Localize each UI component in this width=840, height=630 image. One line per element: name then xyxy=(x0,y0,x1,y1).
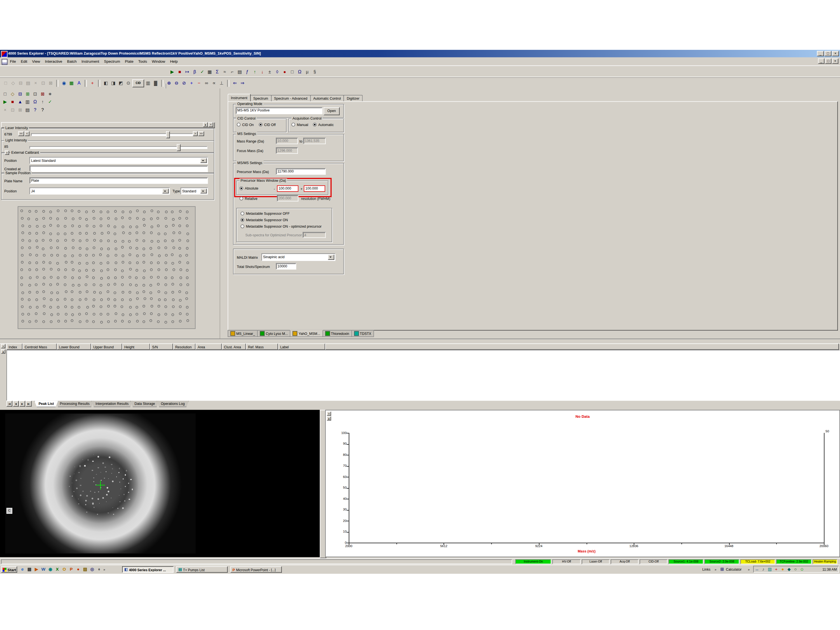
plate-spot[interactable] xyxy=(57,306,60,309)
plate-spot[interactable] xyxy=(164,261,167,264)
created-at-field[interactable] xyxy=(29,166,208,172)
plate-spot[interactable] xyxy=(107,240,110,243)
tab-digitizer[interactable]: Digitizer xyxy=(344,95,363,101)
panel-dock-header[interactable] xyxy=(1,122,215,128)
plate-spot[interactable] xyxy=(151,226,153,228)
plate-spot[interactable] xyxy=(171,321,174,324)
plate-spot[interactable] xyxy=(121,276,124,279)
plate-spot[interactable] xyxy=(165,225,168,228)
automatic-radio[interactable]: Automatic xyxy=(313,123,333,126)
subtract-icon[interactable]: − xyxy=(196,79,202,87)
plate-spot[interactable] xyxy=(172,305,175,308)
plate-spot[interactable] xyxy=(28,268,32,271)
plate-spot[interactable] xyxy=(178,291,181,293)
plate-spot[interactable] xyxy=(135,313,138,316)
plate-spot[interactable] xyxy=(57,276,59,279)
plate-spot[interactable] xyxy=(42,268,45,271)
plate-spot[interactable] xyxy=(157,283,159,286)
plate-spot[interactable] xyxy=(150,284,152,287)
laser-increase-button[interactable]: > xyxy=(193,131,198,136)
panel-splitter[interactable] xyxy=(219,88,220,338)
file-tab[interactable]: Thioredoxin xyxy=(322,330,352,337)
plate-spot[interactable] xyxy=(114,291,116,294)
add-icon[interactable]: + xyxy=(188,79,195,87)
plate-spot[interactable] xyxy=(144,297,147,300)
plate-spot[interactable] xyxy=(36,261,38,264)
plate-spot[interactable] xyxy=(157,224,160,227)
plate-spot[interactable] xyxy=(106,268,109,271)
plate-spot[interactable] xyxy=(114,232,117,235)
plate-spot[interactable] xyxy=(42,291,45,293)
plate-spot[interactable] xyxy=(21,224,24,227)
plate-spot[interactable] xyxy=(56,246,59,249)
plate-spot[interactable] xyxy=(36,306,38,309)
open-method-icon[interactable]: ◇ xyxy=(9,90,16,97)
plate-spot[interactable] xyxy=(164,217,167,220)
plate-spot[interactable] xyxy=(85,254,88,257)
plate-spot[interactable] xyxy=(179,320,182,322)
link-icon[interactable]: ∞ xyxy=(203,79,210,87)
plate-spot[interactable] xyxy=(21,276,23,279)
new-acquisition-icon[interactable]: □ xyxy=(2,90,9,97)
plate-spot[interactable] xyxy=(28,246,31,249)
plate-spot[interactable] xyxy=(136,226,138,228)
plate-spot[interactable] xyxy=(157,276,160,279)
plate-spot[interactable] xyxy=(136,247,138,249)
plate-spot[interactable] xyxy=(35,268,38,271)
plate-spot[interactable] xyxy=(156,217,159,219)
plate-spot[interactable] xyxy=(42,261,45,264)
plate-spot[interactable] xyxy=(107,262,109,264)
plate-spot[interactable] xyxy=(22,320,24,323)
display-icon[interactable]: ▥ xyxy=(767,566,773,572)
plate-spot[interactable] xyxy=(92,305,95,308)
plate-spot[interactable] xyxy=(93,298,95,301)
volume-icon[interactable]: ♪ xyxy=(760,566,767,572)
plate-spot[interactable] xyxy=(35,299,38,302)
plate-spot[interactable] xyxy=(172,262,174,265)
column-header[interactable]: Ref. Mass xyxy=(246,343,278,350)
plate-spot[interactable] xyxy=(158,268,160,271)
plate-spot[interactable] xyxy=(121,217,124,219)
plate-spot[interactable] xyxy=(50,320,53,323)
plate-spot[interactable] xyxy=(85,247,88,250)
plate-spot[interactable] xyxy=(158,305,160,308)
plate-spot[interactable] xyxy=(114,226,116,228)
close-button[interactable]: × xyxy=(832,51,839,56)
frame-icon[interactable]: □ xyxy=(289,68,296,75)
window-plus-field[interactable]: 100.000 xyxy=(304,185,325,192)
plate-spot[interactable] xyxy=(43,297,46,300)
plate-spot[interactable] xyxy=(92,321,95,324)
plate-spot[interactable] xyxy=(150,276,153,279)
open-button[interactable]: Open xyxy=(324,107,339,115)
plate-spot[interactable] xyxy=(56,298,59,301)
plate-spot[interactable] xyxy=(63,283,66,286)
plate-spot[interactable] xyxy=(143,218,145,221)
plate-spot[interactable] xyxy=(35,218,38,221)
plate-spot[interactable] xyxy=(107,224,110,227)
plate-spot[interactable] xyxy=(136,210,139,213)
plate-spot[interactable] xyxy=(50,313,53,316)
menu-interactive[interactable]: Interactive xyxy=(43,57,65,66)
plate-spot[interactable] xyxy=(99,217,103,220)
plate-spot[interactable] xyxy=(28,298,30,301)
plate-spot[interactable] xyxy=(100,313,103,316)
plate-spot[interactable] xyxy=(179,313,182,315)
cid-on-radio[interactable]: CID On xyxy=(237,123,254,126)
plate-spot[interactable] xyxy=(36,254,38,256)
plate-spot[interactable] xyxy=(121,305,123,308)
plate-spot[interactable] xyxy=(50,298,53,301)
plate-spot[interactable] xyxy=(71,232,74,235)
plate-spot[interactable] xyxy=(142,305,145,308)
plate-spot[interactable] xyxy=(78,276,81,279)
plate-spot[interactable] xyxy=(99,224,103,227)
menu-view[interactable]: View xyxy=(30,57,43,66)
plate-spot[interactable] xyxy=(57,224,60,227)
plate-spot[interactable] xyxy=(100,321,103,324)
peaklist-nav-button[interactable]: |◀ xyxy=(6,401,12,407)
plate-spot[interactable] xyxy=(165,321,167,324)
plate-spot[interactable] xyxy=(122,254,125,257)
laser-increase-fast-button[interactable]: >> xyxy=(198,131,204,136)
plate-spot[interactable] xyxy=(78,284,81,287)
calculator-icon[interactable]: ⊞ xyxy=(719,566,725,573)
show-desktop-icon[interactable]: ▦ xyxy=(26,566,33,573)
